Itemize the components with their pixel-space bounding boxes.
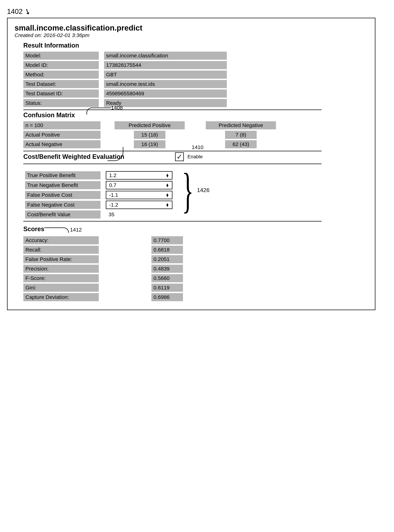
callout-1408: 1408 — [111, 105, 123, 111]
cb-row-value: Cost/Benefit Value 35 — [25, 210, 368, 219]
cb-result-value: 35 — [106, 212, 172, 218]
cb-row-fn: False Negative Cost -1.2 ▲▼ — [25, 201, 368, 209]
cm-col-pos: Predicted Positive — [114, 121, 185, 129]
score-row-accuracy: Accuracy: 0.7700 — [23, 236, 368, 244]
result-row-status: Status: Ready — [23, 99, 368, 107]
tp-benefit-stepper[interactable]: 1.2 ▲▼ — [106, 171, 172, 180]
scores-title-row: Scores 1412 — [23, 223, 368, 233]
cm-header-row: n = 100 Predicted Positive Predicted Neg… — [23, 121, 368, 129]
score-label: F-Score: — [23, 274, 99, 282]
enable-toggle[interactable]: ✓ Enable — [175, 152, 203, 161]
page-title: small.income.classification.predict — [15, 24, 368, 32]
score-value: 0.2051 — [151, 255, 183, 263]
fp-cost-stepper[interactable]: -1.1 ▲▼ — [106, 191, 172, 199]
callout-line — [87, 108, 111, 115]
cb-inputs: } 1426 True Positive Benefit 1.2 ▲▼ True… — [23, 171, 368, 219]
result-label: Method: — [23, 71, 99, 79]
result-row-dataset: Test Dataset: small.income.test.ids — [23, 80, 368, 88]
cb-label: False Negative Cost — [25, 201, 100, 209]
divider — [23, 110, 321, 110]
result-label: Model: — [23, 52, 99, 60]
arrow-icon: ➘ — [23, 6, 32, 17]
score-row-fscore: F-Score: 0.5660 — [23, 274, 368, 282]
result-value: GBT — [104, 71, 227, 79]
figure-reference: 1402 ➘ — [7, 7, 387, 16]
callout-1426: 1426 — [197, 187, 209, 193]
stepper-value: 0.7 — [109, 182, 116, 188]
result-row-model: Model: small.income.classification — [23, 52, 368, 60]
checkbox-icon[interactable]: ✓ — [175, 152, 184, 161]
cm-fn: 7 (8) — [225, 131, 257, 139]
cm-col-neg: Predicted Negative — [206, 121, 276, 129]
stepper-arrows-icon[interactable]: ▲▼ — [166, 203, 169, 207]
callout-1412: 1412 — [70, 227, 82, 233]
cm-fp: 16 (19) — [134, 140, 166, 148]
result-info-title: Result Information — [23, 42, 368, 49]
stepper-value: -1.2 — [109, 202, 118, 208]
result-value: small.income.classification — [104, 52, 227, 60]
stepper-arrows-icon[interactable]: ▲▼ — [166, 174, 169, 177]
stepper-arrows-icon[interactable]: ▲▼ — [166, 183, 169, 187]
tn-benefit-stepper[interactable]: 0.7 ▲▼ — [106, 181, 172, 189]
score-label: Capture Deviation: — [23, 293, 99, 301]
cb-label: True Negative Benefit — [25, 181, 100, 189]
cb-header: Cost/Benefit Weighted Evaluation ✓ Enabl… — [23, 152, 368, 161]
cb-label: False Positive Cost — [25, 191, 100, 199]
divider — [23, 221, 321, 221]
scores-title: Scores — [23, 225, 44, 233]
cm-n: n = 100 — [23, 121, 100, 129]
score-value: 0.6119 — [151, 284, 183, 292]
created-value: 2016-02-01 3:36pm — [43, 32, 89, 38]
score-value: 0.6818 — [151, 246, 183, 254]
callout-line — [44, 228, 69, 233]
divider — [23, 151, 321, 151]
score-row-capture: Capture Deviation: 0.6986 — [23, 293, 368, 301]
cost-benefit-section: Cost/Benefit Weighted Evaluation ✓ Enabl… — [23, 152, 368, 221]
cm-tp: 15 (18) — [134, 131, 166, 139]
callout-1410: 1410 — [192, 144, 203, 150]
enable-label: Enable — [187, 154, 203, 160]
cm-title: Confusion Matrix — [23, 111, 368, 119]
cm-row-pos-label: Actual Positive — [23, 131, 100, 139]
score-value: 0.7700 — [151, 236, 183, 244]
score-value: 0.5660 — [151, 274, 183, 282]
stepper-arrows-icon[interactable]: ▲▼ — [166, 193, 169, 197]
cb-row-tn: True Negative Benefit 0.7 ▲▼ — [25, 181, 368, 189]
cb-result-label: Cost/Benefit Value — [25, 210, 100, 219]
cb-row-tp: True Positive Benefit 1.2 ▲▼ — [25, 171, 368, 180]
score-label: Recall: — [23, 246, 99, 254]
score-row-fpr: False Positive Rate: 0.2051 — [23, 255, 368, 263]
brace-icon: } — [182, 166, 194, 215]
score-label: Precision: — [23, 265, 99, 273]
result-value: 4598965580469 — [104, 89, 227, 98]
result-label: Test Dataset: — [23, 80, 99, 88]
fn-cost-stepper[interactable]: -1.2 ▲▼ — [106, 201, 172, 209]
result-label: Test Dataset ID: — [23, 89, 99, 98]
score-label: Gini: — [23, 284, 99, 292]
result-label: Model ID: — [23, 61, 99, 69]
created-label: Created on: — [15, 32, 42, 38]
result-info-section: Result Information Model: small.income.c… — [23, 42, 368, 110]
score-row-precision: Precision: 0.4839 — [23, 265, 368, 273]
score-value: 0.6986 — [151, 293, 183, 301]
stepper-value: -1.1 — [109, 192, 118, 198]
scores-section: Scores 1412 Accuracy: 0.7700 Recall: 0.6… — [23, 223, 368, 301]
figure-ref-number: 1402 — [7, 8, 23, 16]
result-row-dataset-id: Test Dataset ID: 4598965580469 — [23, 89, 368, 98]
result-panel: small.income.classification.predict Crea… — [7, 18, 375, 310]
score-row-gini: Gini: 0.6119 — [23, 284, 368, 292]
divider — [23, 164, 321, 164]
cm-tn: 62 (43) — [225, 140, 257, 148]
result-value: small.income.test.ids — [104, 80, 227, 88]
cm-row-actual-positive: Actual Positive 15 (18) 7 (8) — [23, 131, 368, 139]
result-label: Status: — [23, 99, 99, 107]
score-value: 0.4839 — [151, 265, 183, 273]
score-row-recall: Recall: 0.6818 — [23, 246, 368, 254]
result-value: 173828175544 — [104, 61, 227, 69]
created-on: Created on: 2016-02-01 3:36pm — [15, 32, 368, 38]
score-label: Accuracy: — [23, 236, 99, 244]
score-label: False Positive Rate: — [23, 255, 99, 263]
confusion-matrix-section: 1408 Confusion Matrix n = 100 Predicted … — [23, 111, 368, 151]
result-row-method: Method: GBT — [23, 71, 368, 79]
stepper-value: 1.2 — [109, 172, 116, 178]
